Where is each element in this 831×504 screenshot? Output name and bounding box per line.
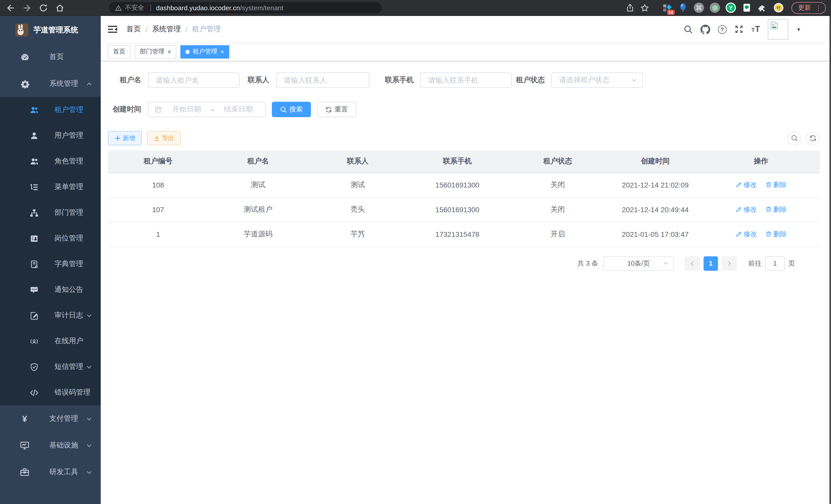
close-tab-icon[interactable]: ×: [221, 48, 224, 55]
tab-租户管理[interactable]: 租户管理×: [180, 45, 229, 58]
browser-home-button[interactable]: [53, 2, 66, 14]
sidebar-item-home[interactable]: 首页: [0, 44, 101, 70]
avatar[interactable]: [768, 19, 789, 39]
next-page-button[interactable]: [721, 256, 737, 270]
sidebar-item-online[interactable]: 在线用户: [0, 328, 101, 354]
edit-row-button[interactable]: 修改: [735, 180, 757, 189]
create-time-range-picker[interactable]: 开始日期 - 结束日期: [148, 102, 266, 117]
font-size-icon[interactable]: TT: [751, 24, 760, 34]
browser-reload-button[interactable]: [37, 2, 49, 14]
close-tab-icon[interactable]: ×: [168, 48, 171, 55]
puzzle-extension-icon[interactable]: [756, 1, 769, 14]
cell-created: 2021-12-14 20:49:44: [608, 197, 702, 222]
github-icon[interactable]: [700, 24, 710, 34]
browser-menu-icon[interactable]: ⋮: [815, 4, 822, 11]
edit-row-button[interactable]: 修改: [735, 205, 757, 214]
sidebar-item-errcode[interactable]: 错误码管理: [0, 380, 101, 405]
phone-label: 联系手机: [370, 76, 420, 85]
share-icon[interactable]: [624, 2, 636, 14]
sidebar-item-menu[interactable]: 菜单管理: [0, 174, 101, 200]
end-date-placeholder[interactable]: 结束日期: [217, 105, 260, 114]
show-search-toggle-button[interactable]: [787, 131, 801, 145]
search-button[interactable]: 搜索: [272, 102, 311, 117]
hangouts-extension-icon[interactable]: [740, 1, 753, 14]
sidebar-item-post[interactable]: 岗位管理: [0, 226, 101, 251]
browser-update-button[interactable]: 更新 ⋮: [792, 2, 826, 13]
pagination: 共 3 条 10条/页 1 前往 1 页: [108, 256, 820, 270]
cell-actions: 修改删除: [702, 197, 820, 222]
contact-input[interactable]: [276, 72, 370, 88]
sidebar-item-dict[interactable]: 字典管理: [0, 251, 101, 277]
balloon-extension-icon[interactable]: [676, 1, 690, 14]
breadcrumb-system[interactable]: 系统管理: [152, 25, 181, 34]
sidebar-item-label: 研发工具: [49, 468, 78, 477]
delete-row-button[interactable]: 删除: [765, 180, 786, 189]
browser-forward-button[interactable]: [21, 2, 33, 14]
address-bar[interactable]: 不安全 dashboard.yudao.iocoder.cn/system/te…: [109, 2, 382, 13]
bookmark-star-icon[interactable]: [638, 2, 651, 14]
phone-input[interactable]: [420, 72, 512, 88]
breadcrumb-current: 租户管理: [192, 25, 221, 34]
sidebar-item-devtools[interactable]: 研发工具: [0, 459, 101, 485]
sidebar-item-dept[interactable]: 部门管理: [0, 200, 101, 226]
cell-status: 关闭: [507, 197, 608, 222]
app-logo[interactable]: 芋道管理系统: [0, 16, 101, 44]
page-size-select[interactable]: 10条/页: [603, 256, 674, 270]
help-icon[interactable]: ?: [718, 25, 727, 34]
delete-row-button[interactable]: 删除: [765, 230, 786, 239]
sidebar-item-label: 系统管理: [49, 79, 78, 88]
edit-label: 修改: [743, 205, 757, 214]
header-search-icon[interactable]: [684, 25, 693, 34]
security-label[interactable]: 不安全: [125, 3, 144, 12]
cell-status: 关闭: [507, 173, 608, 197]
tab-首页[interactable]: 首页: [108, 45, 131, 58]
table-column-header: 联系人: [308, 151, 407, 173]
chevron-down-icon: [86, 442, 92, 449]
browser-chrome: 不安全 dashboard.yudao.iocoder.cn/system/te…: [0, 0, 831, 16]
sidebar-item-notice[interactable]: 通知公告: [0, 277, 101, 303]
sidebar-menu: 首页系统管理租户管理用户管理角色管理菜单管理部门管理岗位管理字典管理通知公告审计…: [0, 44, 101, 485]
recorder-extension-icon[interactable]: [708, 1, 721, 14]
export-button[interactable]: 导出: [147, 131, 181, 145]
calendar-icon: [155, 106, 162, 113]
emoji-extension-icon[interactable]: [772, 1, 785, 14]
reset-button[interactable]: 重置: [317, 102, 356, 117]
sidebar-item-role[interactable]: 角色管理: [0, 148, 101, 174]
delete-row-button[interactable]: 删除: [765, 205, 786, 214]
page-content: 租户名 联系人 联系手机 租户状态 请选择租户状态 创建时间: [101, 61, 831, 504]
edit-row-button[interactable]: 修改: [735, 230, 757, 239]
chevron-down-icon: [86, 415, 92, 422]
tab-部门管理[interactable]: 部门管理×: [135, 45, 176, 58]
goto-page-input[interactable]: 1: [765, 256, 785, 270]
chevron-up-icon: [86, 80, 92, 87]
workspaces-extension-icon[interactable]: 10: [660, 1, 674, 14]
url-path: /system/tenant: [240, 4, 283, 11]
fullscreen-icon[interactable]: [735, 25, 744, 34]
sidebar-item-infra[interactable]: 基础设施: [0, 432, 101, 459]
yuque-extension-icon[interactable]: Y: [724, 1, 738, 14]
avatar-caret-icon[interactable]: ▼: [796, 26, 801, 32]
sidebar-item-system[interactable]: 系统管理: [0, 70, 101, 97]
command-extension-icon[interactable]: [692, 1, 706, 14]
browser-back-button[interactable]: [4, 2, 17, 14]
edit-label: 修改: [743, 180, 757, 189]
start-date-placeholder[interactable]: 开始日期: [165, 105, 208, 114]
sidebar-item-sms[interactable]: 短信管理: [0, 354, 101, 380]
current-page-button[interactable]: 1: [704, 256, 718, 270]
tenant-name-input[interactable]: [148, 72, 239, 88]
sidebar-item-auditlog[interactable]: 审计日志: [0, 303, 101, 328]
prev-page-button[interactable]: [685, 256, 700, 270]
add-button[interactable]: 新增: [108, 131, 142, 145]
extensions-bar: 10Y: [658, 1, 785, 14]
table-column-header: 租户状态: [507, 151, 608, 173]
status-select[interactable]: 请选择租户状态: [551, 72, 643, 88]
sidebar-item-user[interactable]: 用户管理: [0, 123, 101, 148]
sidebar-item-label: 短信管理: [55, 362, 83, 372]
refresh-table-button[interactable]: [806, 131, 820, 145]
sidebar-item-pay[interactable]: ¥支付管理: [0, 405, 101, 432]
tenant-table: 租户编号租户名联系人联系手机租户状态创建时间操作 108测试测试15601691…: [108, 151, 820, 247]
table-column-header: 创建时间: [608, 151, 702, 173]
sidebar-collapse-icon[interactable]: [107, 24, 118, 35]
breadcrumb-home[interactable]: 首页: [126, 25, 141, 34]
sidebar-item-tenant[interactable]: 租户管理: [0, 97, 101, 123]
